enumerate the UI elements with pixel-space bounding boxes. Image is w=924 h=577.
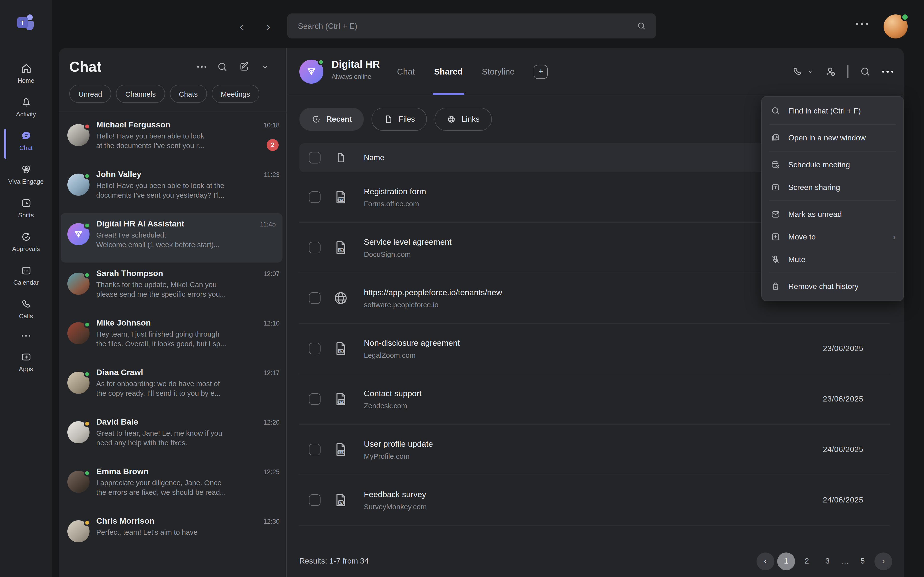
page-2[interactable]: 2 <box>798 552 816 570</box>
chat-list-item-selected[interactable]: Digital HR AI Assistant11:45 Great! I've… <box>61 213 283 263</box>
tab-storyline[interactable]: Storyline <box>482 48 515 95</box>
avatar <box>67 174 89 196</box>
nav-forward-button[interactable]: › <box>267 20 270 33</box>
filter-chip-meetings[interactable]: Meetings <box>212 85 259 103</box>
chat-list-item[interactable]: David Bale12:20 Great to hear, Jane! Let… <box>59 411 286 461</box>
find-in-chat-icon[interactable] <box>859 66 871 77</box>
menu-item-schedule-meeting[interactable]: Schedule meeting <box>762 153 903 176</box>
sidebar-item-calls[interactable]: Calls <box>0 292 52 326</box>
screen-share-icon <box>771 182 780 192</box>
nav-back-button[interactable]: ‹ <box>240 20 243 33</box>
clock-icon <box>311 114 321 124</box>
select-all-checkbox[interactable] <box>309 152 320 163</box>
page-5[interactable]: 5 <box>854 552 872 570</box>
tron-triangle-icon <box>73 228 84 240</box>
menu-item-find-in-chat[interactable]: Find in chat (Ctrl + F) <box>762 100 903 122</box>
chat-filter-chips: Unread Channels Chats Meetings <box>59 80 286 112</box>
table-row[interactable]: PDF User profile updateMyProfile.com 24/… <box>299 425 890 475</box>
sidebar-item-home[interactable]: Home <box>0 57 52 90</box>
calendar-icon <box>20 264 32 276</box>
svg-text:PDF: PDF <box>338 400 344 403</box>
open-new-window-icon <box>771 133 780 143</box>
compose-icon[interactable] <box>239 61 250 73</box>
unread-badge: 2 <box>267 139 279 151</box>
filter-chip-chats[interactable]: Chats <box>170 85 207 103</box>
chevron-down-icon[interactable] <box>808 69 814 75</box>
row-checkbox[interactable] <box>309 393 320 405</box>
svg-text:PDF: PDF <box>338 198 344 201</box>
sidebar-more-button[interactable] <box>0 326 52 345</box>
chevron-down-icon[interactable] <box>261 63 269 71</box>
menu-item-move-to[interactable]: Move to › <box>762 226 903 248</box>
pagination: ‹ 1 2 3 … 5 › <box>756 552 892 570</box>
chat-list-item[interactable]: Emma Brown12:25 I appreciate your dilige… <box>59 461 286 510</box>
word-file-icon: W <box>333 340 349 357</box>
chat-list-item[interactable]: Michael Fergusson10:18 Hello! Have you b… <box>59 114 286 163</box>
tab-shared[interactable]: Shared <box>434 48 463 95</box>
sidebar-item-apps[interactable]: Apps <box>0 345 52 379</box>
call-icon[interactable] <box>792 66 803 77</box>
search-input[interactable] <box>287 21 637 31</box>
svg-text:W: W <box>339 501 342 504</box>
page-prev-button[interactable]: ‹ <box>756 552 774 570</box>
row-checkbox[interactable] <box>309 242 320 253</box>
svg-text:W: W <box>339 349 342 353</box>
chat-list-item[interactable]: John Valley11:23 Hello! Have you been ab… <box>59 163 286 213</box>
avatar <box>67 421 89 443</box>
teams-logo-icon[interactable]: T <box>15 11 37 33</box>
chat-search-icon[interactable] <box>216 61 228 73</box>
person-add-icon[interactable] <box>825 66 837 77</box>
chat-list-item[interactable]: Chris Morrison12:30 Perfect, team! Let's… <box>59 510 286 560</box>
sidebar-item-viva-engage[interactable]: Viva Engage <box>0 158 52 191</box>
user-avatar[interactable] <box>884 15 908 39</box>
sidebar-item-approvals[interactable]: Approvals <box>0 225 52 259</box>
menu-item-mute[interactable]: Mute <box>762 248 903 271</box>
shared-date: 23/06/2025 <box>823 395 863 403</box>
results-count: Results: 1-7 from 34 <box>299 557 368 566</box>
table-row[interactable]: W Non-disclosure agreementLegalZoom.com … <box>299 324 890 374</box>
sidebar-item-activity[interactable]: Activity <box>0 90 52 124</box>
table-footer: Results: 1-7 from 34 ‹ 1 2 3 … 5 › <box>299 545 904 577</box>
page-1[interactable]: 1 <box>777 552 795 570</box>
top-bar: ‹ › <box>52 0 924 48</box>
row-checkbox[interactable] <box>309 292 320 304</box>
sidebar-item-calendar[interactable]: Calendar <box>0 259 52 292</box>
view-links-button[interactable]: Links <box>435 108 492 131</box>
chat-more-options-button[interactable] <box>882 71 893 73</box>
view-recent-button[interactable]: Recent <box>299 108 364 131</box>
bot-avatar[interactable] <box>299 60 323 84</box>
chat-more-button[interactable] <box>197 66 206 68</box>
panel-title: Chat <box>69 59 197 75</box>
avatar <box>67 520 89 542</box>
row-checkbox[interactable] <box>309 444 320 455</box>
row-checkbox[interactable] <box>309 191 320 203</box>
add-tab-button[interactable]: + <box>534 64 548 79</box>
chat-list-item[interactable]: Mike Johnson12:10 Hey team, I just finis… <box>59 312 286 362</box>
filter-chip-unread[interactable]: Unread <box>69 85 111 103</box>
link-globe-icon <box>333 290 349 306</box>
menu-divider <box>769 272 896 273</box>
sidebar-item-chat[interactable]: Chat <box>0 124 52 158</box>
row-checkbox[interactable] <box>309 343 320 355</box>
mic-off-icon <box>771 255 780 264</box>
menu-item-remove-chat-history[interactable]: Remove chat history <box>762 275 903 298</box>
page-3[interactable]: 3 <box>819 552 837 570</box>
row-checkbox[interactable] <box>309 494 320 506</box>
tab-chat[interactable]: Chat <box>397 48 415 95</box>
page-next-button[interactable]: › <box>874 552 892 570</box>
table-row[interactable]: PDF Contact supportZendesk.com 23/06/202… <box>299 374 890 425</box>
view-files-button[interactable]: Files <box>372 108 427 131</box>
chat-options-context-menu: Find in chat (Ctrl + F) Open in a new wi… <box>761 96 904 301</box>
filter-chip-channels[interactable]: Channels <box>116 85 165 103</box>
menu-item-mark-as-unread[interactable]: Mark as unread <box>762 203 903 226</box>
settings-more-button[interactable] <box>856 23 868 25</box>
chat-list-item[interactable]: Diana Crawl12:17 As for onboarding: we d… <box>59 362 286 411</box>
chat-status: Always online <box>331 73 371 80</box>
sidebar-item-shifts[interactable]: Shifts <box>0 191 52 225</box>
chat-header: Digital HR Always online Chat Shared Sto… <box>287 48 904 95</box>
chat-list-item[interactable]: Sarah Thompson12:07 Thanks for the updat… <box>59 263 286 312</box>
file-icon <box>335 152 347 163</box>
menu-item-screen-sharing[interactable]: Screen sharing <box>762 176 903 198</box>
menu-item-open-new-window[interactable]: Open in a new window <box>762 126 903 149</box>
table-row[interactable]: W Feedback surveySurveyMonkey.com 24/06/… <box>299 475 890 525</box>
